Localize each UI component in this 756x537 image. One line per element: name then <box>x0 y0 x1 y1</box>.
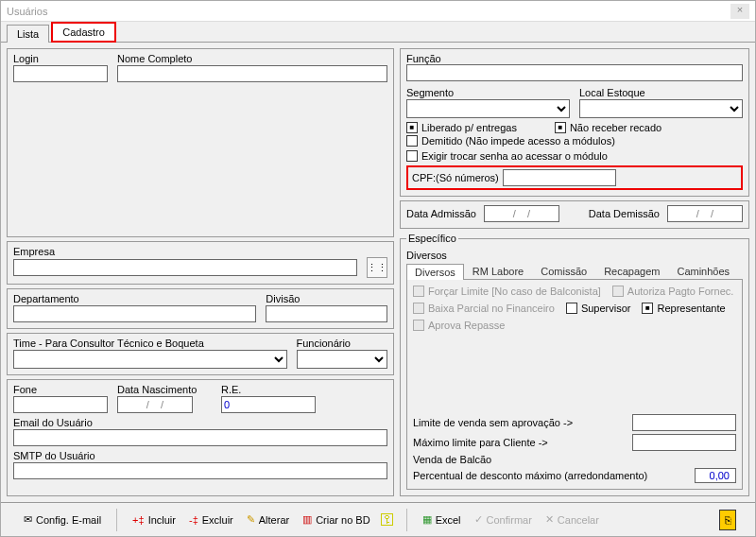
right-panel: Função Segmento Local Estoque Liberado p… <box>400 48 749 496</box>
localestoque-select[interactable] <box>579 99 743 118</box>
group-time: Time - Para Consultor Técnico e Boqueta … <box>7 333 394 375</box>
edit-icon: ✎ <box>247 513 255 526</box>
label-venda-balcao: Venda de Balcão <box>413 454 736 465</box>
label-departamento: Departamento <box>13 293 256 304</box>
label-login: Login <box>13 53 108 64</box>
cpf-input[interactable] <box>503 169 616 186</box>
cpf-row-highlight: CPF:(Só números) <box>406 165 743 190</box>
checkbox-icon <box>413 303 424 314</box>
label-localestoque: Local Estoque <box>579 87 743 98</box>
checkbox-icon <box>642 303 653 314</box>
nome-input[interactable] <box>117 65 387 82</box>
subtab-diversos[interactable]: Diversos <box>406 264 464 280</box>
main-tabs: Lista Cadastro <box>1 22 755 43</box>
excluir-button[interactable]: -‡ Excluir <box>185 512 237 528</box>
re-input[interactable] <box>221 396 316 413</box>
empresa-input[interactable] <box>13 259 357 276</box>
label-segmento: Segmento <box>406 87 570 98</box>
group-identity: Login Nome Completo <box>7 48 394 237</box>
database-icon: ▥ <box>302 513 312 526</box>
label-time: Time - Para Consultor Técnico e Boqueta <box>13 338 287 349</box>
checkbox-supervisor[interactable]: Supervisor <box>566 303 631 314</box>
checkbox-demitido[interactable]: Demitido (Não impede acesso a módulos) <box>406 135 615 147</box>
confirmar-button[interactable]: ✓ Confirmar <box>471 511 536 528</box>
config-email-button[interactable]: ✉ Config. E-mail <box>20 511 105 528</box>
checkbox-representante[interactable]: Representante <box>642 303 725 314</box>
funcao-input[interactable] <box>406 64 743 81</box>
checkbox-liberado-entregas[interactable]: Liberado p/ entregas <box>406 122 517 133</box>
door-icon: ⎘ <box>725 514 731 526</box>
group-funcao: Função Segmento Local Estoque Liberado p… <box>400 48 749 197</box>
divisao-input[interactable] <box>266 305 387 322</box>
subtab-rmlabore[interactable]: RM Labore <box>464 263 532 279</box>
label-funcao: Função <box>406 53 743 64</box>
group-especifico: Específico Diversos Diversos RM Labore C… <box>400 233 749 496</box>
dataadmissao-input[interactable] <box>484 205 559 222</box>
label-diversos: Diversos <box>406 250 743 261</box>
tab-lista[interactable]: Lista <box>7 25 49 43</box>
label-especifico: Específico <box>406 233 458 244</box>
group-empresa: Empresa ⋮⋮ <box>7 241 394 285</box>
group-departamento: Departamento Divisão <box>7 288 394 329</box>
datademissao-input[interactable] <box>667 205 743 222</box>
empresa-lookup-button[interactable]: ⋮⋮ <box>367 257 387 278</box>
funcionario-select[interactable] <box>297 350 388 369</box>
maximo-limite-input[interactable] <box>632 434 736 451</box>
email-input[interactable] <box>13 429 387 446</box>
checkbox-icon <box>566 303 577 314</box>
label-dataadmissao: Data Admissão <box>406 208 476 219</box>
grid-icon: ⋮⋮ <box>367 262 387 274</box>
checkbox-icon <box>555 122 566 133</box>
left-panel: Login Nome Completo Empresa ⋮⋮ <box>7 48 394 496</box>
label-maximo-limite: Máximo limite para Cliente -> <box>413 437 548 448</box>
incluir-button[interactable]: +‡ Incluir <box>129 512 180 528</box>
label-email: Email do Usuário <box>13 417 387 428</box>
checkbox-icon <box>406 135 418 147</box>
subtab-caminhoes[interactable]: Caminhões <box>668 263 738 279</box>
label-cpf: CPF:(Só números) <box>412 172 499 183</box>
login-input[interactable] <box>13 65 108 82</box>
titlebar: Usuários × <box>1 1 755 22</box>
checkbox-exigir-trocar-senha[interactable]: Exigir trocar senha ao acessar o módulo <box>406 150 608 162</box>
criar-bd-button[interactable]: ▥ Criar no BD <box>299 511 373 528</box>
excel-button[interactable]: ▦ Excel <box>419 511 465 528</box>
checkbox-icon <box>612 286 624 297</box>
exit-button[interactable]: ⎘ <box>719 510 736 530</box>
checkbox-forcar-limite[interactable]: Forçar Limite [No caso de Balconista] <box>413 286 601 297</box>
datanasc-input[interactable] <box>117 396 193 413</box>
key-icon[interactable]: ⚿ <box>380 511 395 528</box>
percentual-value[interactable]: 0,00 <box>695 468 736 483</box>
smtp-input[interactable] <box>13 462 387 479</box>
checkbox-autoriza-pagto[interactable]: Autoriza Pagto Fornec. <box>612 286 734 297</box>
group-contact: Fone Data Nascimento R.E. Email do Usuár… <box>7 379 394 496</box>
segmento-select[interactable] <box>406 99 570 118</box>
departamento-input[interactable] <box>13 305 256 322</box>
checkbox-nao-receber-recado[interactable]: Não receber recado <box>555 122 662 133</box>
label-smtp: SMTP do Usuário <box>13 450 387 461</box>
excel-icon: ▦ <box>422 513 432 526</box>
subtabs: Diversos RM Labore Comissão Recapagem Ca… <box>406 263 743 280</box>
subtab-recapagem[interactable]: Recapagem <box>595 263 668 279</box>
subtab-comissao[interactable]: Comissão <box>532 263 595 279</box>
label-limite-venda: Limite de venda sem aprovação -> <box>413 417 573 428</box>
tab-cadastro[interactable]: Cadastro <box>51 22 116 43</box>
email-icon: ✉ <box>24 513 32 526</box>
checkbox-aprova-repasse[interactable]: Aprova Repasse <box>413 320 505 331</box>
minus-icon: -‡ <box>189 514 198 526</box>
window-title: Usuários <box>7 6 47 17</box>
window: Usuários × Lista Cadastro Login Nome Com… <box>0 0 756 537</box>
plus-icon: +‡ <box>132 514 145 526</box>
checkbox-baixa-parcial[interactable]: Baixa Parcial no Financeiro <box>413 303 555 314</box>
label-fone: Fone <box>13 384 108 395</box>
diversos-content: Forçar Limite [No caso de Balconista] Au… <box>406 279 743 490</box>
fone-input[interactable] <box>13 396 108 413</box>
checkbox-icon <box>413 320 424 331</box>
label-datademissao: Data Demissão <box>589 208 660 219</box>
limite-venda-input[interactable] <box>632 414 736 431</box>
cancelar-button[interactable]: ✕ Cancelar <box>541 511 603 528</box>
close-icon[interactable]: × <box>730 4 749 19</box>
alterar-button[interactable]: ✎ Alterar <box>243 511 293 528</box>
time-select[interactable] <box>13 350 287 369</box>
checkbox-icon <box>406 150 418 162</box>
checkbox-icon <box>406 122 418 133</box>
